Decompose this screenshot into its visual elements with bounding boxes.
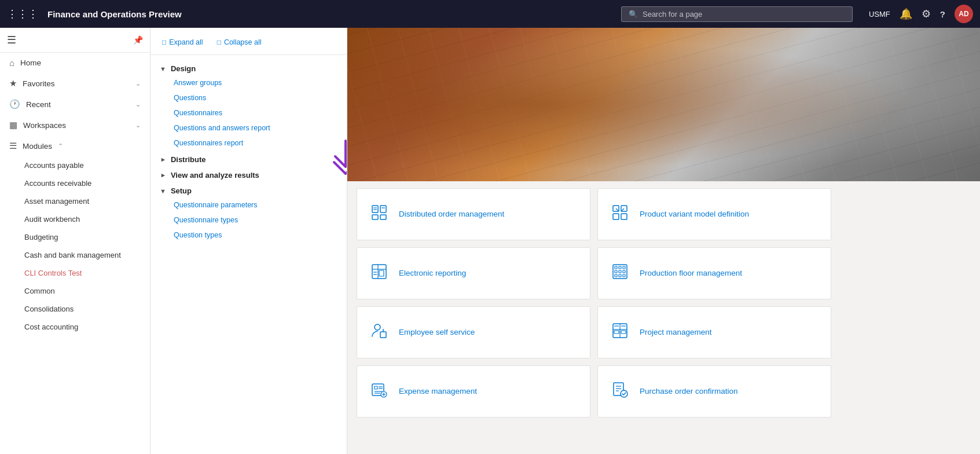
card-distributed-order-title: Distributed order management xyxy=(399,209,504,219)
card-project-management[interactable]: Project management xyxy=(597,306,831,358)
module-accounts-receivable[interactable]: Accounts receivable xyxy=(0,174,150,192)
expand-icon: □ xyxy=(162,38,166,46)
recent-label: Recent xyxy=(26,100,130,109)
card-production-floor-title: Production floor management xyxy=(640,268,742,279)
link-questionnaire-params[interactable]: Questionnaire parameters xyxy=(151,197,347,213)
svg-rect-3 xyxy=(380,215,386,219)
card-expense-management-title: Expense management xyxy=(399,386,477,397)
design-chevron: ▼ xyxy=(160,65,166,72)
expand-all-button[interactable]: □ Expand all xyxy=(160,37,205,47)
expand-all-label: Expand all xyxy=(169,38,203,46)
notification-icon[interactable]: 🔔 xyxy=(900,8,912,20)
favorites-chevron: ⌄ xyxy=(135,80,141,87)
search-placeholder: Search for a page xyxy=(643,10,702,19)
card-expense-management[interactable]: Expense management xyxy=(357,365,590,418)
main-content-area: Distributed order management xyxy=(347,28,980,454)
sidebar-item-home[interactable]: ⌂ Home xyxy=(0,53,150,73)
module-cash-bank[interactable]: Cash and bank management xyxy=(0,246,150,264)
svg-rect-34 xyxy=(614,331,619,334)
module-cli-controls[interactable]: CLI Controls Test xyxy=(0,264,150,282)
waffle-icon[interactable]: ⋮⋮⋮ xyxy=(7,8,38,20)
sidebar-item-recent[interactable]: 🕐 Recent ⌄ xyxy=(0,94,150,115)
svg-point-27 xyxy=(375,324,380,330)
svg-rect-22 xyxy=(619,270,621,273)
module-audit-workbench[interactable]: Audit workbench xyxy=(0,210,150,228)
link-question-types[interactable]: Question types xyxy=(151,228,347,243)
search-icon: 🔍 xyxy=(629,10,638,19)
pin-icon[interactable]: 📌 xyxy=(133,35,143,45)
module-cost-accounting[interactable]: Cost accounting xyxy=(0,318,150,336)
sidebar-toolbar: ☰ 📌 xyxy=(0,28,150,53)
svg-rect-18 xyxy=(615,266,617,269)
modules-list: Accounts payable Accounts receivable Ass… xyxy=(0,156,150,336)
svg-rect-28 xyxy=(380,332,386,338)
help-icon[interactable]: ? xyxy=(940,9,945,19)
card-electronic-reporting[interactable]: Electronic reporting xyxy=(357,247,590,299)
svg-rect-23 xyxy=(623,270,625,273)
distribute-label: Distribute xyxy=(171,155,206,164)
workspaces-chevron: ⌄ xyxy=(135,122,141,129)
svg-rect-25 xyxy=(619,274,621,277)
svg-rect-39 xyxy=(375,386,377,389)
svg-rect-35 xyxy=(621,331,626,334)
module-budgeting[interactable]: Budgeting xyxy=(0,228,150,246)
section-design-header[interactable]: ▼ Design xyxy=(151,60,347,75)
workspaces-icon: ▦ xyxy=(9,120,17,130)
home-label: Home xyxy=(20,58,141,67)
setup-label: Setup xyxy=(171,186,192,195)
svg-rect-1 xyxy=(380,206,386,213)
module-consolidations[interactable]: Consolidations xyxy=(0,300,150,318)
recent-chevron: ⌄ xyxy=(135,101,141,108)
cards-area: Distributed order management xyxy=(347,181,980,454)
section-setup-header[interactable]: ▼ Setup xyxy=(151,182,347,197)
link-questions[interactable]: Questions xyxy=(151,90,347,105)
favorites-icon: ★ xyxy=(9,78,17,89)
modules-icon: ☰ xyxy=(9,141,17,151)
employee-self-service-icon xyxy=(369,321,390,344)
collapse-all-button[interactable]: □ Collapse all xyxy=(215,37,264,47)
svg-rect-21 xyxy=(615,270,617,273)
sidebar-item-workspaces[interactable]: ▦ Workspaces ⌄ xyxy=(0,115,150,136)
view-analyze-label: View and analyze results xyxy=(171,171,259,180)
link-answer-groups[interactable]: Answer groups xyxy=(151,75,347,90)
card-employee-self-service[interactable]: Employee self service xyxy=(357,306,590,358)
home-icon: ⌂ xyxy=(9,58,14,68)
environment-label: USMF xyxy=(869,10,890,19)
collapse-all-label: Collapse all xyxy=(224,38,262,46)
card-employee-self-service-title: Employee self service xyxy=(399,327,475,338)
svg-point-30 xyxy=(383,329,384,330)
card-production-floor[interactable]: Production floor management xyxy=(597,247,831,299)
card-distributed-order[interactable]: Distributed order management xyxy=(357,188,590,240)
settings-icon[interactable]: ⚙ xyxy=(922,8,931,20)
search-bar[interactable]: 🔍 Search for a page xyxy=(621,6,853,22)
user-avatar[interactable]: AD xyxy=(955,5,973,23)
design-label: Design xyxy=(171,64,196,73)
link-questions-answers-report[interactable]: Questions and answers report xyxy=(151,120,347,136)
sidebar-item-modules[interactable]: ☰ Modules ⌃ xyxy=(0,136,150,156)
project-management-icon xyxy=(610,321,630,344)
link-questionnaires[interactable]: Questionnaires xyxy=(151,105,347,120)
app-title: Finance and Operations Preview xyxy=(47,9,182,19)
expense-management-icon xyxy=(369,380,390,403)
sidebar: ☰ 📌 ⌂ Home ★ Favorites ⌄ 🕐 Recent ⌄ ▦ Wo… xyxy=(0,28,151,454)
link-questionnaire-types[interactable]: Questionnaire types xyxy=(151,213,347,228)
hero-image xyxy=(347,28,980,181)
module-asset-management[interactable]: Asset management xyxy=(0,192,150,210)
module-common[interactable]: Common xyxy=(0,282,150,300)
module-accounts-payable[interactable]: Accounts payable xyxy=(0,156,150,174)
modules-chevron: ⌃ xyxy=(58,142,63,150)
card-purchase-order[interactable]: Purchase order confirmation xyxy=(597,365,831,418)
link-questionnaires-report[interactable]: Questionnaires report xyxy=(151,136,347,151)
production-floor-icon xyxy=(610,262,630,285)
distribute-chevron: ▼ xyxy=(159,156,166,163)
card-electronic-reporting-title: Electronic reporting xyxy=(399,268,466,279)
svg-rect-2 xyxy=(372,215,378,219)
hero-overlay xyxy=(347,28,980,181)
section-view-analyze-header[interactable]: ▼ View and analyze results xyxy=(151,166,347,182)
favorites-label: Favorites xyxy=(23,79,130,88)
svg-rect-0 xyxy=(372,206,378,213)
card-product-variant[interactable]: Product variant model definition xyxy=(597,188,831,240)
section-distribute-header[interactable]: ▼ Distribute xyxy=(151,151,347,166)
sidebar-item-favorites[interactable]: ★ Favorites ⌄ xyxy=(0,73,150,94)
hamburger-icon[interactable]: ☰ xyxy=(7,34,16,46)
